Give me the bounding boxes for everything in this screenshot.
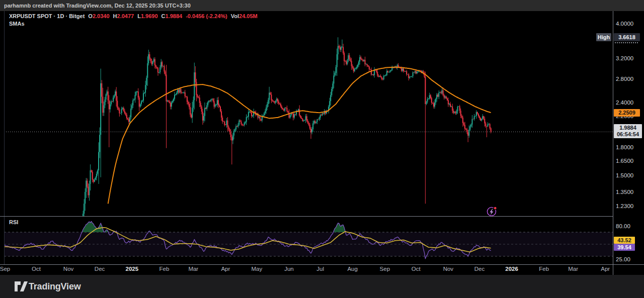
footer-bar: TradingView	[0, 275, 644, 298]
time-tick: Mar	[568, 266, 578, 272]
price-tick: 3.2000	[616, 55, 633, 61]
time-tick: Sep	[0, 266, 10, 272]
share-attribution-bar: parhamnb created with TradingView.com, D…	[0, 0, 644, 11]
close-label: C	[162, 13, 166, 19]
price-tick: 2.8000	[616, 76, 633, 82]
price-tick: 4.0000	[616, 21, 633, 27]
rsi-tick: 80.00	[616, 223, 630, 229]
time-tick: Dec	[474, 266, 485, 272]
price-tick: 1.8000	[616, 144, 633, 150]
price-tick: 1.5000	[616, 172, 633, 178]
price-tick: 1.3500	[616, 189, 633, 195]
rsi-indicator-label[interactable]: RSI	[9, 219, 18, 225]
price-chart-canvas[interactable]	[0, 11, 644, 275]
last-price-badge: 1.9884 06:54:54	[614, 124, 642, 138]
volume-label: Vol	[231, 13, 239, 19]
close-value: 1.9884	[166, 13, 183, 19]
open-value: 2.0340	[93, 13, 110, 19]
time-tick: Nov	[63, 266, 73, 272]
time-tick: Apr	[221, 266, 230, 272]
tradingview-logo-icon[interactable]	[15, 281, 28, 291]
time-tick: Mar	[188, 266, 198, 272]
time-tick: 2026	[505, 266, 518, 272]
sma-value-badge: 2.2509	[614, 109, 640, 117]
price-tick: 1.6500	[616, 158, 633, 164]
high-marker-label: High	[596, 33, 611, 41]
open-label: O	[88, 13, 93, 19]
time-tick: Nov	[443, 266, 453, 272]
time-tick: Aug	[347, 266, 357, 272]
high-price-badge: 3.6618	[614, 33, 640, 41]
low-value: 1.9690	[141, 13, 158, 19]
chart-legend[interactable]: XRPUSDT SPOT · 1D · BitgetO2.0340H2.0477…	[9, 13, 258, 27]
change-value: -0.0456 (-2.24%)	[186, 13, 227, 19]
high-value: 2.0477	[117, 13, 134, 19]
time-tick: Oct	[32, 266, 41, 272]
bar-countdown: 06:54:54	[614, 131, 642, 138]
volume-value: 24.05M	[239, 13, 258, 19]
price-tick: 1.2300	[616, 203, 633, 209]
time-tick: Dec	[95, 266, 105, 272]
time-tick: Feb	[539, 266, 549, 272]
sma-indicator-label[interactable]: SMAs	[9, 20, 258, 27]
time-tick: May	[252, 266, 263, 272]
flash-ideas-icon[interactable]	[488, 207, 497, 216]
last-price-value: 1.9884	[614, 125, 642, 131]
attribution-text: parhamnb created with TradingView.com, D…	[0, 0, 644, 11]
low-label: L	[137, 13, 141, 19]
time-tick: Feb	[159, 266, 169, 272]
symbol-title[interactable]: XRPUSDT SPOT · 1D · Bitget	[9, 13, 85, 19]
tradingview-brand-text[interactable]: TradingView	[29, 275, 81, 298]
time-tick: Jun	[284, 266, 294, 272]
price-tick: 2.4000	[616, 100, 633, 106]
rsi-ma-value-badge: 43.52	[614, 237, 635, 244]
chart-area[interactable]: XRPUSDT SPOT · 1D · BitgetO2.0340H2.0477…	[0, 11, 644, 275]
time-tick: 2025	[126, 266, 139, 272]
rsi-tick: 25.00	[616, 256, 630, 262]
high-label: H	[113, 13, 117, 19]
time-tick: Oct	[412, 266, 421, 272]
time-tick: Jul	[316, 266, 324, 272]
rsi-value-badge: 39.54	[614, 244, 635, 251]
time-tick: Apr	[601, 266, 610, 272]
high-badge-dots	[615, 42, 638, 43]
legend-row-symbol: XRPUSDT SPOT · 1D · BitgetO2.0340H2.0477…	[9, 13, 258, 20]
time-tick: Sep	[380, 266, 390, 272]
